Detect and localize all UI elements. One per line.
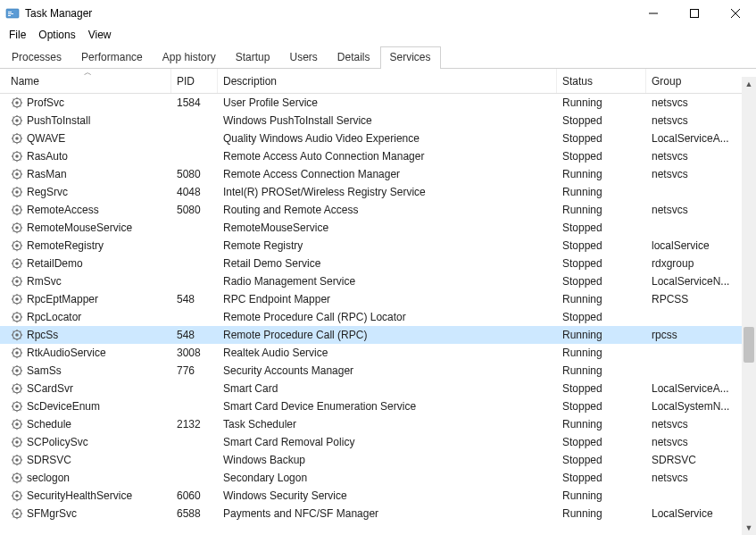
vertical-scrollbar[interactable]: ▲ ▼ (742, 77, 756, 535)
maximize-button[interactable] (674, 0, 715, 27)
maximize-icon (690, 9, 699, 18)
service-group: netsvcs (646, 114, 735, 127)
service-gear-icon (11, 222, 23, 234)
service-description: Retail Demo Service (218, 257, 557, 270)
service-row[interactable]: RasAutoRemote Access Auto Connection Man… (0, 147, 756, 165)
tab-performance[interactable]: Performance (71, 46, 153, 69)
service-row[interactable]: RemoteAccess5080Routing and Remote Acces… (0, 201, 756, 219)
service-row[interactable]: ScDeviceEnumSmart Card Device Enumeratio… (0, 397, 756, 415)
service-row[interactable]: SFMgrSvc6588Payments and NFC/SF ManagerR… (0, 505, 756, 522)
service-gear-icon (11, 114, 23, 127)
service-name: RemoteMouseService (27, 222, 132, 234)
service-row[interactable]: SamSs776Security Accounts ManagerRunning (0, 362, 756, 380)
column-header-group[interactable]: Group (646, 69, 735, 93)
column-header-status[interactable]: Status (557, 69, 646, 93)
svg-line-206 (13, 445, 14, 446)
svg-point-169 (15, 387, 19, 390)
service-pid: 6588 (171, 507, 218, 520)
service-row[interactable]: RmSvcRadio Management ServiceStoppedLoca… (0, 272, 756, 290)
service-row[interactable]: ProfSvc1584User Profile ServiceRunningne… (0, 94, 756, 112)
tab-processes[interactable]: Processes (2, 46, 71, 69)
svg-line-115 (20, 284, 21, 285)
tab-startup[interactable]: Startup (226, 46, 280, 69)
title-bar: Task Manager (0, 0, 756, 27)
service-row[interactable]: seclogonSecondary LogonStoppednetsvcs (0, 469, 756, 487)
svg-line-157 (20, 349, 21, 350)
service-row[interactable]: SCPolicySvcSmart Card Removal PolicyStop… (0, 433, 756, 451)
svg-line-25 (20, 123, 21, 124)
svg-point-79 (15, 226, 19, 230)
menu-bar: File Options View (0, 27, 756, 46)
menu-options[interactable]: Options (38, 29, 75, 41)
service-group: rdxgroup (646, 257, 735, 270)
service-pid: 776 (171, 364, 218, 377)
svg-point-9 (15, 101, 19, 104)
service-row[interactable]: RetailDemoRetail Demo ServiceStoppedrdxg… (0, 255, 756, 272)
service-row[interactable]: RegSrvc4048Intel(R) PROSet/Wireless Regi… (0, 183, 756, 201)
column-header-description[interactable]: Description (218, 69, 557, 93)
service-group: netsvcs (646, 96, 735, 109)
service-status: Stopped (557, 400, 646, 413)
svg-line-176 (13, 391, 14, 392)
svg-line-24 (13, 117, 14, 118)
service-gear-icon (11, 204, 23, 216)
tab-details[interactable]: Details (328, 46, 380, 69)
service-group: netsvcs (646, 418, 735, 431)
services-rows[interactable]: ProfSvc1584User Profile ServiceRunningne… (0, 94, 756, 532)
column-header-pid[interactable]: PID (171, 69, 218, 93)
service-row[interactable]: RpcEptMapper548RPC Endpoint MapperRunnin… (0, 290, 756, 308)
service-row[interactable]: SecurityHealthService6060Windows Securit… (0, 487, 756, 505)
service-group: netsvcs (646, 204, 735, 216)
service-row[interactable]: RasMan5080Remote Access Connection Manag… (0, 165, 756, 183)
service-status: Running (557, 168, 646, 180)
service-row[interactable]: QWAVEQuality Windows Audio Video Experie… (0, 130, 756, 147)
service-pid: 5080 (171, 204, 218, 216)
svg-line-226 (13, 481, 14, 481)
service-row[interactable]: SCardSvrSmart CardStoppedLocalServiceA..… (0, 380, 756, 397)
svg-line-77 (20, 206, 21, 207)
task-manager-icon (5, 6, 20, 21)
service-description: Security Accounts Manager (218, 364, 557, 377)
service-description: Smart Card Removal Policy (218, 436, 557, 448)
close-button[interactable] (715, 0, 756, 27)
scroll-down-arrow-icon[interactable]: ▼ (742, 521, 756, 535)
svg-line-124 (13, 296, 14, 297)
service-name: SCardSvr (27, 382, 73, 395)
minimize-button[interactable] (633, 0, 674, 27)
svg-line-195 (20, 427, 21, 428)
service-description: Secondary Logon (218, 472, 557, 484)
svg-line-167 (20, 367, 21, 368)
svg-line-216 (13, 463, 14, 464)
service-row[interactable]: RemoteMouseServiceRemoteMouseServiceStop… (0, 219, 756, 237)
tab-services[interactable]: Services (380, 46, 441, 69)
menu-file[interactable]: File (9, 29, 26, 41)
scroll-up-arrow-icon[interactable]: ▲ (742, 77, 756, 91)
service-row[interactable]: PushToInstallWindows PushToInstall Servi… (0, 112, 756, 130)
service-gear-icon (11, 96, 23, 109)
service-gear-icon (11, 275, 23, 288)
service-row[interactable]: RtkAudioService3008Realtek Audio Service… (0, 344, 756, 362)
service-row[interactable]: RpcSs548Remote Procedure Call (RPC)Runni… (0, 326, 756, 344)
menu-view[interactable]: View (88, 29, 112, 41)
column-header-name[interactable]: Name ︿ (5, 69, 171, 93)
service-row[interactable]: RemoteRegistryRemote RegistryStoppedloca… (0, 237, 756, 255)
service-row[interactable]: RpcLocatorRemote Procedure Call (RPC) Lo… (0, 308, 756, 326)
service-row[interactable]: SDRSVCWindows BackupStoppedSDRSVC (0, 451, 756, 469)
service-gear-icon (11, 293, 23, 305)
svg-line-106 (13, 266, 14, 267)
tab-users[interactable]: Users (279, 46, 327, 69)
svg-line-86 (13, 230, 14, 231)
service-pid: 5080 (171, 168, 218, 180)
tab-app-history[interactable]: App history (153, 46, 226, 69)
svg-point-39 (15, 155, 19, 158)
svg-line-227 (20, 474, 21, 475)
svg-line-146 (13, 338, 14, 339)
service-description: Routing and Remote Access (218, 204, 557, 216)
service-status: Stopped (557, 114, 646, 127)
svg-line-154 (13, 349, 14, 350)
svg-point-239 (15, 512, 19, 515)
service-name: RmSvc (27, 275, 62, 288)
svg-line-184 (13, 403, 14, 404)
service-row[interactable]: Schedule2132Task SchedulerRunningnetsvcs (0, 415, 756, 433)
scrollbar-thumb[interactable] (744, 327, 754, 363)
